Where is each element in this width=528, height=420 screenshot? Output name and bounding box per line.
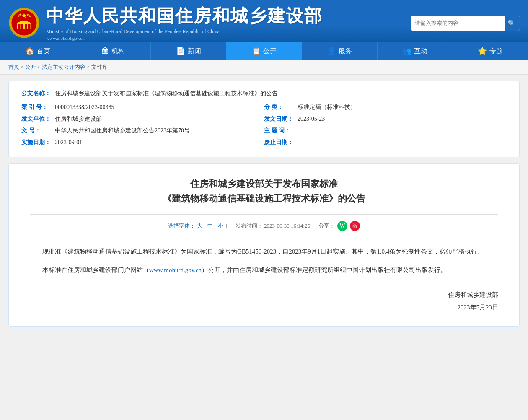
doc-name-label: 公文名称： (21, 90, 55, 97)
pub-time: 发布时间： 2023-06-30 16:14:26 (236, 222, 310, 230)
header-left: 中华人民共和国住房和城乡建设部 Ministry of Housing and … (8, 5, 323, 40)
article-title: 住房和城乡建设部关于发布国家标准 《建筑物移动通信基础设施工程技术标准》的公告 (30, 176, 498, 206)
svg-rect-5 (20, 21, 28, 23)
impl-date-label: 实施日期： (21, 139, 55, 146)
share-section: 分享： W 微 (318, 221, 360, 231)
nav-institution[interactable]: 🏛 机构 (75, 42, 151, 60)
font-size-selector: 选择字体： 大 - 中 - 小 ] (168, 222, 227, 230)
category-label: 分 类： (264, 104, 298, 111)
nav-news-label: 新闻 (188, 47, 201, 56)
special-icon: ⭐ (478, 47, 487, 56)
nav-interaction-label: 互动 (414, 47, 427, 56)
article-card: 住房和城乡建设部关于发布国家标准 《建筑物移动通信基础设施工程技术标准》的公告 … (8, 163, 520, 327)
breadcrumb-active-disclosure[interactable]: 法定主动公开内容 (42, 64, 85, 70)
search-button[interactable]: 🔍 (505, 16, 520, 31)
category-cell: 分 类： 标准定额（标准科技） (264, 101, 507, 113)
issuer-label: 发文单位： (21, 115, 55, 123)
news-icon: 📄 (176, 47, 185, 56)
font-medium[interactable]: 中 (207, 222, 213, 230)
home-icon: 🏠 (25, 47, 34, 56)
national-emblem-icon (8, 7, 40, 39)
breadcrumb-file-library: 文件库 (91, 64, 108, 70)
breadcrumb-public[interactable]: 公开 (25, 64, 36, 70)
site-title: 中华人民共和国住房和城乡建设部 (46, 5, 323, 26)
nav-home-label: 首页 (37, 47, 50, 56)
header-search: 🔍 (411, 16, 520, 31)
category-value: 标准定额（标准科技） (298, 104, 356, 111)
breadcrumb-home[interactable]: 首页 (8, 64, 19, 70)
keyword-cell: 主 题 词： (264, 125, 507, 137)
nav-home[interactable]: 🏠 首页 (0, 42, 75, 60)
case-no-label: 案 引 号： (21, 104, 55, 111)
doc-name-value: 住房和城乡建设部关于发布国家标准《建筑物移动通信基础设施工程技术标准》的公告 (55, 90, 507, 97)
signature-org: 住房和城乡建设部 (30, 288, 498, 301)
institution-icon: 🏛 (101, 47, 109, 56)
svg-rect-9 (28, 24, 31, 29)
doc-no-label: 文 号： (21, 127, 55, 135)
article-paragraph-2: 本标准在住房和城乡建设部门户网站（www.mohurd.gov.cn）公开，并由… (30, 264, 498, 276)
pub-time-value: 2023-06-30 16:14:26 (264, 223, 310, 229)
share-label: 分享： (318, 222, 335, 230)
pub-time-label: 发布时间： (236, 223, 263, 229)
website-link[interactable]: www.mohurd.gov.cn (149, 267, 202, 273)
case-no-value: 0000013338/2023-00385 (55, 104, 114, 111)
nav-public-label: 公开 (263, 47, 277, 56)
impl-date-value: 2023-09-01 (55, 139, 82, 146)
nav-public[interactable]: 📋 公开 (226, 42, 302, 60)
svg-rect-6 (18, 24, 21, 29)
nav-service[interactable]: 👤 服务 (302, 42, 378, 60)
keyword-label: 主 题 词： (264, 127, 298, 135)
expire-date-label: 废止日期： (264, 139, 298, 146)
article-title-line1: 住房和城乡建设部关于发布国家标准 (190, 179, 338, 189)
issue-date-label: 发文日期： (264, 115, 298, 123)
svg-rect-7 (21, 24, 23, 29)
public-icon: 📋 (251, 47, 261, 56)
article-paragraph-1: 现批准《建筑物移动通信基础设施工程技术标准》为国家标准，编号为GB51456-2… (30, 246, 498, 258)
font-large[interactable]: 大 (197, 222, 202, 230)
article-signature: 住房和城乡建设部 2023年5月23日 (30, 288, 498, 314)
issuer-value: 住房和城乡建设部 (55, 115, 102, 123)
font-small[interactable]: 小 (218, 222, 223, 230)
doc-name-row: 公文名称： 住房和城乡建设部关于发布国家标准《建筑物移动通信基础设施工程技术标准… (21, 90, 507, 97)
wechat-share-button[interactable]: W (337, 221, 347, 231)
doc-no-value: 中华人民共和国住房和城乡建设部公告2023年第70号 (55, 127, 190, 135)
font-size-label: 选择字体： (168, 222, 195, 230)
nav-institution-label: 机构 (111, 47, 125, 56)
article-body: 现批准《建筑物移动通信基础设施工程技术标准》为国家标准，编号为GB51456-2… (30, 246, 498, 276)
main-nav: 🏠 首页 🏛 机构 📄 新闻 📋 公开 👤 服务 👥 互动 ⭐ 专题 (0, 42, 528, 60)
doc-no-cell: 文 号： 中华人民共和国住房和城乡建设部公告2023年第70号 (21, 125, 264, 137)
service-icon: 👤 (327, 47, 336, 56)
case-no-cell: 案 引 号： 0000013338/2023-00385 (21, 101, 264, 113)
site-title-en: Ministry of Housing and Urban-Rural Deve… (46, 29, 323, 35)
page-header: 中华人民共和国住房和城乡建设部 Ministry of Housing and … (0, 0, 528, 42)
article-meta: 选择字体： 大 - 中 - 小 ] 发布时间： 2023-06-30 16:14… (30, 221, 498, 235)
interaction-icon: 👥 (402, 47, 412, 56)
nav-interaction[interactable]: 👥 互动 (378, 42, 453, 60)
site-url: www.mohurd.gov.cn (46, 36, 323, 41)
issuer-cell: 发文单位： 住房和城乡建设部 (21, 113, 264, 125)
title-divider (30, 214, 498, 215)
weibo-share-button[interactable]: 微 (350, 221, 360, 231)
nav-special-label: 专题 (489, 47, 503, 56)
issue-date-value: 2023-05-23 (298, 116, 325, 122)
expire-date-cell: 废止日期： (264, 137, 507, 148)
info-card: 公文名称： 住房和城乡建设部关于发布国家标准《建筑物移动通信基础设施工程技术标准… (8, 81, 520, 157)
header-title-block: 中华人民共和国住房和城乡建设部 Ministry of Housing and … (46, 5, 323, 40)
article-title-line2: 《建筑物移动通信基础设施工程技术标准》的公告 (163, 193, 365, 204)
nav-special[interactable]: ⭐ 专题 (453, 42, 528, 60)
info-grid: 案 引 号： 0000013338/2023-00385 分 类： 标准定额（标… (21, 101, 507, 148)
breadcrumb: 首页 > 公开 > 法定主动公开内容 > 文件库 (0, 60, 528, 75)
signature-date: 2023年5月23日 (30, 301, 498, 314)
search-input[interactable] (411, 16, 505, 30)
main-content: 公文名称： 住房和城乡建设部关于发布国家标准《建筑物移动通信基础设施工程技术标准… (0, 75, 528, 333)
svg-rect-8 (25, 24, 27, 29)
impl-date-cell: 实施日期： 2023-09-01 (21, 137, 264, 148)
nav-news[interactable]: 📄 新闻 (151, 42, 226, 60)
issue-date-cell: 发文日期： 2023-05-23 (264, 113, 507, 125)
nav-service-label: 服务 (339, 47, 352, 56)
search-container: 🔍 (411, 16, 520, 31)
